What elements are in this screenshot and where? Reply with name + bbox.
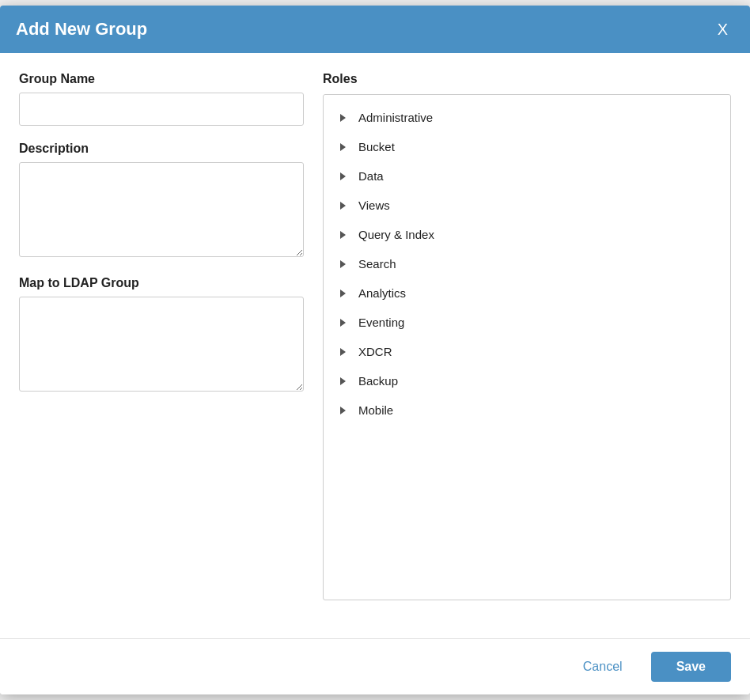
role-arrow-xdcr — [336, 346, 349, 358]
group-name-label: Group Name — [19, 72, 304, 86]
dialog-body: Group Name Description Map to LDAP Group… — [0, 53, 750, 638]
role-item-analytics[interactable]: Analytics — [324, 278, 730, 308]
roles-label: Roles — [323, 72, 731, 86]
dialog-footer: Cancel Save — [0, 638, 750, 694]
role-label-xdcr: XDCR — [358, 345, 392, 358]
role-arrow-bucket — [336, 141, 349, 153]
role-label-search: Search — [358, 257, 396, 271]
role-label-views: Views — [358, 199, 390, 212]
role-arrow-administrative — [336, 112, 349, 124]
description-input[interactable] — [19, 162, 304, 257]
cancel-button[interactable]: Cancel — [567, 652, 638, 682]
role-arrow-mobile — [336, 404, 349, 417]
roles-list: AdministrativeBucketDataViewsQuery & Ind… — [323, 94, 731, 600]
role-arrow-eventing — [336, 316, 349, 329]
role-arrow-analytics — [336, 287, 349, 300]
role-label-eventing: Eventing — [358, 316, 404, 329]
role-arrow-query-index — [336, 229, 349, 241]
role-item-query-index[interactable]: Query & Index — [324, 220, 730, 249]
role-label-query-index: Query & Index — [358, 228, 434, 241]
left-panel: Group Name Description Map to LDAP Group — [19, 72, 304, 622]
close-button[interactable]: X — [711, 18, 734, 40]
role-item-search[interactable]: Search — [324, 249, 730, 278]
role-label-administrative: Administrative — [358, 111, 433, 124]
add-new-group-dialog: Add New Group X Group Name Description M… — [0, 6, 750, 694]
ldap-group-label: Map to LDAP Group — [19, 276, 304, 290]
role-label-mobile: Mobile — [358, 403, 393, 417]
role-item-eventing[interactable]: Eventing — [324, 308, 730, 337]
role-arrow-data — [336, 170, 349, 183]
dialog-title: Add New Group — [16, 19, 147, 40]
dialog-header: Add New Group X — [0, 6, 750, 53]
role-label-bucket: Bucket — [358, 140, 395, 153]
role-item-backup[interactable]: Backup — [324, 366, 730, 395]
role-label-data: Data — [358, 169, 384, 183]
group-name-input[interactable] — [19, 93, 304, 126]
role-arrow-views — [336, 199, 349, 212]
description-label: Description — [19, 142, 304, 156]
ldap-group-input[interactable] — [19, 297, 304, 392]
save-button[interactable]: Save — [651, 652, 731, 682]
role-label-backup: Backup — [358, 374, 398, 388]
role-item-xdcr[interactable]: XDCR — [324, 337, 730, 366]
role-item-mobile[interactable]: Mobile — [324, 395, 730, 425]
role-item-bucket[interactable]: Bucket — [324, 132, 730, 161]
role-label-analytics: Analytics — [358, 286, 406, 300]
role-item-administrative[interactable]: Administrative — [324, 103, 730, 132]
role-arrow-search — [336, 258, 349, 271]
role-item-views[interactable]: Views — [324, 191, 730, 220]
right-panel: Roles AdministrativeBucketDataViewsQuery… — [323, 72, 731, 622]
role-arrow-backup — [336, 375, 349, 388]
role-item-data[interactable]: Data — [324, 161, 730, 191]
